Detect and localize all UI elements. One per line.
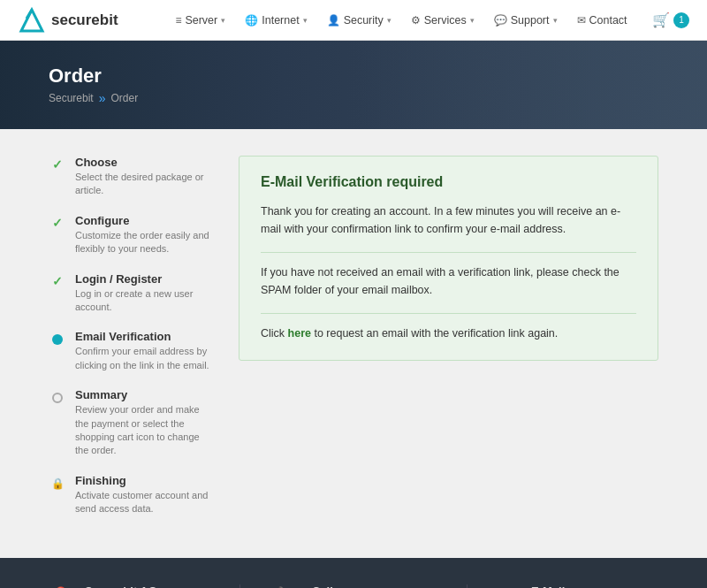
footer-phone: 📞 Call us +41 41 519 00 44 <box>276 584 431 588</box>
nav: ≡ Server ▾ 🌐 Internet ▾ 👤 Security ▾ ⚙ S… <box>150 0 652 41</box>
main-content: ✓ Choose Select the desired package or a… <box>0 129 707 558</box>
nav-contact[interactable]: ✉ Contact <box>568 0 636 41</box>
support-icon: 💬 <box>494 14 507 27</box>
footer-address: 📍 Securebit AG Industriestrasse 3 6345 N… <box>49 584 204 588</box>
verification-para3-before: Click <box>261 327 288 340</box>
logo[interactable]: securebit <box>18 6 150 34</box>
breadcrumb-current: Order <box>111 92 139 104</box>
step-choose-title: Choose <box>75 156 212 169</box>
step-login-icon: ✓ <box>49 272 66 288</box>
breadcrumb-home[interactable]: Securebit <box>49 92 94 104</box>
verification-para3: Click here to request an email with the … <box>261 325 636 342</box>
nav-contact-label: Contact <box>589 14 627 27</box>
step-summary-desc: Review your order and make the payment o… <box>75 403 212 458</box>
footer-divider1 <box>239 584 240 588</box>
nav-internet-label: Internet <box>262 14 299 27</box>
step-summary-icon <box>49 388 66 403</box>
footer-phone-label: Call us <box>312 584 395 588</box>
logo-icon <box>18 6 46 34</box>
nav-support[interactable]: 💬 Support ▾ <box>485 0 566 41</box>
step-email-icon <box>49 330 66 345</box>
steps-sidebar: ✓ Choose Select the desired package or a… <box>49 156 212 531</box>
hero-content: Order Securebit » Order <box>0 65 186 105</box>
pending-circle-icon <box>52 393 63 403</box>
step-configure: ✓ Configure Customize the order easily a… <box>49 214 212 256</box>
nav-services-label: Services <box>424 14 467 27</box>
nav-services[interactable]: ⚙ Services ▾ <box>402 0 483 41</box>
chevron-down-icon: ▾ <box>221 16 225 25</box>
step-login-title: Login / Register <box>75 272 212 286</box>
step-summary-title: Summary <box>75 388 212 401</box>
active-dot-icon <box>52 334 63 345</box>
verification-para2: If you have not received an email with a… <box>261 263 636 299</box>
footer-company-name: Securebit AG <box>85 584 169 588</box>
chevron-down-icon: ▾ <box>303 16 308 25</box>
lock-icon: 🔒 <box>51 477 65 490</box>
nav-server-label: Server <box>185 14 217 27</box>
footer-email: ✉ E-Mail us info@securebit.ch <box>503 584 658 588</box>
nav-support-label: Support <box>511 14 550 27</box>
chevron-down-icon: ▾ <box>387 16 392 25</box>
content-area: E-Mail Verification required Thank you f… <box>239 156 658 531</box>
contact-icon: ✉ <box>577 14 586 27</box>
nav-internet[interactable]: 🌐 Internet ▾ <box>236 0 315 41</box>
verification-para1: Thank you for creating an account. In a … <box>261 202 636 238</box>
breadcrumb: Securebit » Order <box>49 91 138 105</box>
step-login-desc: Log in or create a new user account. <box>75 287 212 315</box>
breadcrumb-separator: » <box>99 91 106 105</box>
step-summary: Summary Review your order and make the p… <box>49 388 212 458</box>
verification-title: E-Mail Verification required <box>261 174 636 190</box>
hero-section: Order Securebit » Order <box>0 41 707 129</box>
nav-server[interactable]: ≡ Server ▾ <box>166 0 234 41</box>
step-finishing: 🔒 Finishing Activate customer account an… <box>49 474 212 516</box>
svg-marker-0 <box>21 10 42 31</box>
step-email-verification: Email Verification Confirm your email ad… <box>49 330 212 372</box>
chevron-down-icon: ▾ <box>470 16 475 25</box>
divider <box>261 252 636 253</box>
checkmark-icon: ✓ <box>52 216 63 230</box>
step-email-title: Email Verification <box>75 330 212 343</box>
step-finishing-title: Finishing <box>75 474 212 487</box>
divider2 <box>261 313 636 314</box>
header: securebit ≡ Server ▾ 🌐 Internet ▾ 👤 Secu… <box>0 0 707 41</box>
step-login: ✓ Login / Register Log in or create a ne… <box>49 272 212 315</box>
nav-security-label: Security <box>344 14 384 27</box>
step-configure-title: Configure <box>75 214 212 227</box>
internet-icon: 🌐 <box>245 14 258 27</box>
checkmark-icon: ✓ <box>52 157 63 172</box>
nav-security[interactable]: 👤 Security ▾ <box>318 0 400 41</box>
verification-para3-after: to request an email with the verificatio… <box>311 327 558 340</box>
step-choose-desc: Select the desired package or article. <box>75 171 212 198</box>
cart-badge: 1 <box>673 12 689 28</box>
footer-email-label: E-Mail us <box>531 584 616 588</box>
logo-text: securebit <box>51 11 118 29</box>
chevron-down-icon: ▾ <box>553 16 558 25</box>
checkmark-icon: ✓ <box>52 274 63 288</box>
page-title: Order <box>49 65 138 88</box>
step-choose-icon: ✓ <box>49 156 66 172</box>
server-icon: ≡ <box>175 14 181 27</box>
step-finishing-icon: 🔒 <box>49 474 66 490</box>
step-configure-icon: ✓ <box>49 214 66 230</box>
verification-link-here[interactable]: here <box>288 327 311 340</box>
step-email-desc: Confirm your email address by clicking o… <box>75 345 212 372</box>
step-finishing-desc: Activate customer account and send acces… <box>75 489 212 516</box>
footer-divider2 <box>467 584 468 588</box>
step-choose: ✓ Choose Select the desired package or a… <box>49 156 212 198</box>
cart-icon: 🛒 <box>652 11 670 28</box>
services-icon: ⚙ <box>411 14 421 27</box>
verification-box: E-Mail Verification required Thank you f… <box>239 156 658 361</box>
security-icon: 👤 <box>327 14 340 27</box>
footer: 📍 Securebit AG Industriestrasse 3 6345 N… <box>0 558 707 588</box>
cart[interactable]: 🛒 1 <box>652 11 689 28</box>
step-configure-desc: Customize the order easily and flexibly … <box>75 229 212 256</box>
